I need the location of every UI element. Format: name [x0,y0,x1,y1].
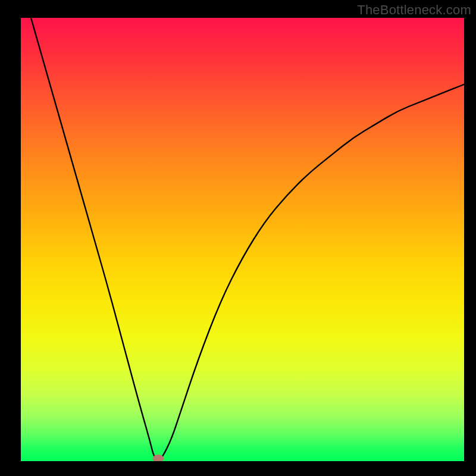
watermark-text: TheBottleneck.com [357,2,471,18]
min-marker-dot [153,455,164,461]
curve-svg [21,18,464,461]
bottleneck-curve-path [21,18,464,460]
chart-frame: TheBottleneck.com [0,0,476,476]
plot-area [21,18,464,461]
